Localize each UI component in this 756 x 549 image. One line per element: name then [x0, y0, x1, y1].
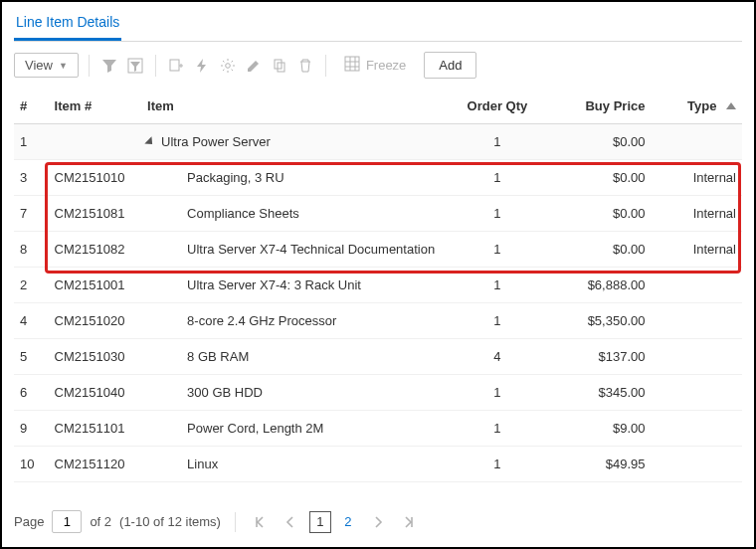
- cell-item: Ultra Server X7-4: 3 Rack Unit: [141, 268, 455, 303]
- cell-type: Internal: [651, 232, 742, 268]
- cell-item: 300 GB HDD: [141, 375, 455, 411]
- cell-price: $6,888.00: [540, 268, 652, 303]
- cell-num: 7: [14, 196, 49, 232]
- bolt-icon[interactable]: [192, 56, 212, 76]
- freeze-grid-icon: [344, 56, 360, 75]
- cell-itemnum: CM2151001: [49, 268, 142, 303]
- pager-page-label: Page: [14, 514, 44, 529]
- cell-itemnum: CM2151020: [49, 303, 142, 339]
- col-header-buyprice[interactable]: Buy Price: [540, 89, 652, 124]
- cell-num: 10: [14, 447, 49, 482]
- cell-itemnum: CM2151101: [49, 411, 142, 447]
- table-row[interactable]: 3CM2151010Packaging, 3 RU1$0.00Internal: [14, 160, 742, 196]
- cell-item: Power Cord, Length 2M: [141, 411, 455, 447]
- separator: [155, 55, 156, 77]
- cell-item: Compliance Sheets: [141, 196, 455, 232]
- col-header-num[interactable]: #: [14, 89, 49, 124]
- cell-item: Packaging, 3 RU: [141, 160, 455, 196]
- expand-icon[interactable]: [144, 136, 155, 147]
- cell-qty: 1: [455, 268, 539, 303]
- col-header-itemnum[interactable]: Item #: [49, 89, 142, 124]
- cell-itemnum: CM2151030: [49, 339, 142, 375]
- cell-item: Ultra Server X7-4 Technical Documentatio…: [141, 232, 455, 268]
- cell-itemnum: CM2151120: [49, 447, 142, 482]
- cell-price: $49.95: [540, 447, 652, 482]
- cell-type: [651, 303, 742, 339]
- cell-type: Internal: [651, 160, 742, 196]
- table-row[interactable]: 2CM2151001Ultra Server X7-4: 3 Rack Unit…: [14, 268, 742, 303]
- pager-next-icon[interactable]: [367, 511, 389, 533]
- pencil-icon[interactable]: [244, 56, 264, 76]
- add-row-icon[interactable]: [166, 56, 186, 76]
- cell-type: Internal: [651, 196, 742, 232]
- cell-type: [651, 447, 742, 482]
- svg-rect-5: [345, 57, 359, 71]
- toolbar: View ▼: [2, 42, 754, 89]
- freeze-button[interactable]: Freeze: [336, 52, 414, 79]
- pager-page-link[interactable]: 2: [337, 511, 359, 533]
- cell-num: 9: [14, 411, 49, 447]
- pager-page-input[interactable]: [52, 510, 82, 533]
- line-items-table: # Item # Item Order Qty Buy Price Type 1…: [14, 89, 742, 482]
- cell-num: 8: [14, 232, 49, 268]
- cell-qty: 1: [455, 232, 539, 268]
- col-header-item[interactable]: Item: [141, 89, 455, 124]
- filter-list-icon[interactable]: [125, 56, 145, 76]
- cell-price: $0.00: [540, 124, 652, 160]
- cell-item: 8 GB RAM: [141, 339, 455, 375]
- table-row[interactable]: 6CM2151040300 GB HDD1$345.00: [14, 375, 742, 411]
- cell-num: 6: [14, 375, 49, 411]
- cell-price: $137.00: [540, 339, 652, 375]
- tab-line-item-details[interactable]: Line Item Details: [14, 10, 121, 41]
- freeze-label: Freeze: [366, 58, 406, 73]
- cell-num: 2: [14, 268, 49, 303]
- cell-item: Ultra Power Server: [141, 124, 455, 160]
- cell-itemnum: CM2151082: [49, 232, 142, 268]
- separator: [89, 55, 90, 77]
- copy-icon[interactable]: [270, 56, 289, 76]
- gear-icon[interactable]: [218, 56, 238, 76]
- cell-price: $0.00: [540, 232, 652, 268]
- chevron-down-icon: ▼: [59, 61, 68, 71]
- cell-itemnum: CM2151010: [49, 160, 142, 196]
- col-header-type-label: Type: [687, 98, 716, 113]
- filter-icon[interactable]: [99, 56, 119, 76]
- pager: Page of 2 (1-10 of 12 items) 12: [2, 498, 754, 547]
- pager-first-icon[interactable]: [250, 511, 272, 533]
- cell-price: $9.00: [540, 411, 652, 447]
- cell-qty: 1: [455, 411, 539, 447]
- table-row[interactable]: 7CM2151081Compliance Sheets1$0.00Interna…: [14, 196, 742, 232]
- add-button[interactable]: Add: [424, 52, 476, 79]
- cell-price: $0.00: [540, 196, 652, 232]
- cell-num: 4: [14, 303, 49, 339]
- cell-qty: 1: [455, 160, 539, 196]
- cell-price: $0.00: [540, 160, 652, 196]
- pager-page-link[interactable]: 1: [309, 511, 331, 533]
- cell-num: 5: [14, 339, 49, 375]
- pager-last-icon[interactable]: [397, 511, 419, 533]
- table-row[interactable]: 10CM2151120Linux1$49.95: [14, 447, 742, 482]
- cell-qty: 1: [455, 375, 539, 411]
- cell-itemnum: CM2151081: [49, 196, 142, 232]
- cell-qty: 4: [455, 339, 539, 375]
- cell-type: [651, 411, 742, 447]
- cell-itemnum: [49, 124, 142, 160]
- cell-qty: 1: [455, 124, 539, 160]
- table-row[interactable]: 9CM2151101Power Cord, Length 2M1$9.00: [14, 411, 742, 447]
- cell-num: 1: [14, 124, 49, 160]
- trash-icon[interactable]: [295, 56, 315, 76]
- cell-item: Linux: [141, 447, 455, 482]
- cell-type: [651, 124, 742, 160]
- separator: [235, 512, 236, 532]
- view-menu-button[interactable]: View ▼: [14, 53, 79, 78]
- col-header-type[interactable]: Type: [651, 89, 742, 124]
- cell-type: [651, 339, 742, 375]
- table-row[interactable]: 1Ultra Power Server1$0.00: [14, 124, 742, 160]
- pager-prev-icon[interactable]: [280, 511, 301, 533]
- col-header-orderqty[interactable]: Order Qty: [455, 89, 539, 124]
- table-row[interactable]: 8CM2151082Ultra Server X7-4 Technical Do…: [14, 232, 742, 268]
- table-row[interactable]: 5CM21510308 GB RAM4$137.00: [14, 339, 742, 375]
- table-row[interactable]: 4CM21510208-core 2.4 GHz Processor1$5,35…: [14, 303, 742, 339]
- pager-range: (1-10 of 12 items): [119, 514, 221, 529]
- cell-itemnum: CM2151040: [49, 375, 142, 411]
